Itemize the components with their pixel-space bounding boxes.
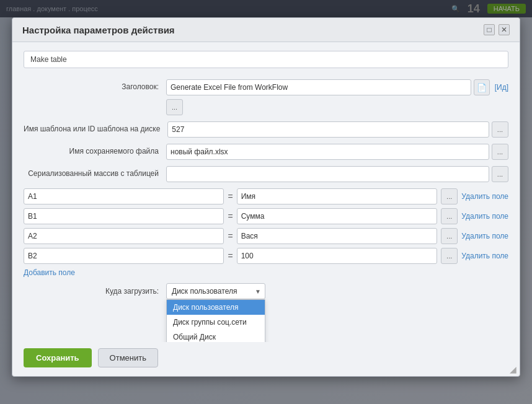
resize-handle[interactable]: ◢: [510, 364, 516, 374]
modal-body: Make table Заголовок: 📄 [Ид] ...: [12, 42, 520, 342]
modal-dialog: Настройка параметров действия □ ✕ Make t…: [12, 17, 520, 377]
dropdown-option[interactable]: Диск группы соц.сети: [167, 315, 265, 330]
save-button[interactable]: Сохранить: [24, 348, 92, 367]
filename-label: Имя сохраняемого файла: [24, 144, 166, 156]
dropdown-option[interactable]: Общий Диск: [167, 330, 265, 342]
upload-dropdown[interactable]: Диск пользователя ▼: [166, 283, 265, 299]
chevron-down-icon: ▼: [255, 288, 261, 295]
title-icon-button[interactable]: 📄: [474, 79, 490, 95]
upload-selected-text: Диск пользователя: [172, 287, 237, 296]
field-key-input[interactable]: [24, 208, 224, 224]
title-col: 📄 [Ид] ...: [166, 79, 508, 115]
add-field-link[interactable]: Добавить поле: [24, 268, 75, 277]
field-dots-button[interactable]: ...: [441, 188, 458, 204]
filename-input-wrap: ...: [166, 144, 508, 160]
title-input-wrap: 📄 [Ид]: [166, 79, 508, 95]
filename-input[interactable]: [166, 144, 489, 160]
equals-sign: =: [228, 231, 233, 241]
modal-title: Настройка параметров действия: [22, 25, 175, 35]
field-row: = ... Удалить поле: [24, 188, 508, 204]
field-key-input[interactable]: [24, 248, 224, 264]
delete-field-link[interactable]: Удалить поле: [461, 212, 508, 221]
title-dots-row: ...: [166, 99, 508, 115]
modal-header-controls: □ ✕: [484, 24, 510, 35]
template-row: Имя шаблона или ID шаблона на диске ...: [24, 121, 508, 138]
tab-make-table[interactable]: Make table: [24, 51, 508, 68]
field-value-input[interactable]: [237, 228, 437, 244]
field-dots-button[interactable]: ...: [441, 248, 458, 264]
filename-row: Имя сохраняемого файла ...: [24, 144, 508, 160]
field-row: = ... Удалить поле: [24, 248, 508, 264]
modal-minimize-button[interactable]: □: [484, 24, 495, 35]
modal-close-button[interactable]: ✕: [499, 24, 510, 35]
serialized-input-wrap: ...: [166, 166, 508, 182]
field-row: = ... Удалить поле: [24, 208, 508, 224]
field-dots-button[interactable]: ...: [441, 228, 458, 244]
delete-field-link[interactable]: Удалить поле: [461, 232, 508, 240]
field-value-input[interactable]: [237, 188, 437, 204]
field-value-input[interactable]: [237, 208, 437, 224]
title-label: Заголовок:: [24, 79, 166, 91]
dropdown-option[interactable]: Диск пользователя: [167, 300, 265, 315]
upload-dropdown-popup: Диск пользователяДиск группы соц.сетиОбщ…: [166, 299, 265, 342]
field-key-input[interactable]: [24, 188, 224, 204]
template-input[interactable]: [167, 121, 489, 138]
field-value-input[interactable]: [237, 248, 437, 264]
upload-dropdown-wrap: Диск пользователя ▼ Диск пользователяДис…: [166, 283, 265, 299]
id-link[interactable]: [Ид]: [492, 83, 508, 92]
field-row: = ... Удалить поле: [24, 228, 508, 244]
serialized-row: Сериализованный массив с таблицей ...: [24, 166, 508, 182]
cancel-button[interactable]: Отменить: [98, 348, 158, 367]
upload-row: Куда загрузить: Диск пользователя ▼ Диск…: [24, 283, 508, 299]
equals-sign: =: [228, 211, 233, 221]
upload-label: Куда загрузить:: [24, 287, 166, 296]
serialized-dots-button[interactable]: ...: [492, 166, 508, 182]
field-rows: = ... Удалить поле = ... Удалить поле = …: [24, 188, 508, 264]
modal-footer: Сохранить Отменить: [12, 342, 520, 376]
delete-field-link[interactable]: Удалить поле: [461, 252, 508, 260]
serialized-label: Сериализованный массив с таблицей: [24, 166, 166, 178]
serialized-input[interactable]: [166, 166, 489, 182]
title-row: Заголовок: 📄 [Ид] ...: [24, 79, 508, 115]
modal-overlay: Настройка параметров действия □ ✕ Make t…: [0, 0, 532, 404]
equals-sign: =: [228, 251, 233, 261]
field-key-input[interactable]: [24, 228, 224, 244]
filename-dots-button[interactable]: ...: [492, 144, 508, 160]
modal-header: Настройка параметров действия □ ✕: [12, 18, 520, 42]
template-input-wrap: ...: [167, 121, 508, 138]
document-icon: 📄: [477, 83, 487, 92]
field-dots-button[interactable]: ...: [441, 208, 458, 224]
title-input[interactable]: [166, 79, 471, 95]
template-label: Имя шаблона или ID шаблона на диске: [24, 121, 167, 133]
equals-sign: =: [228, 191, 233, 201]
delete-field-link[interactable]: Удалить поле: [461, 192, 508, 201]
title-dots-button[interactable]: ...: [166, 99, 183, 115]
template-dots-button[interactable]: ...: [492, 121, 508, 138]
